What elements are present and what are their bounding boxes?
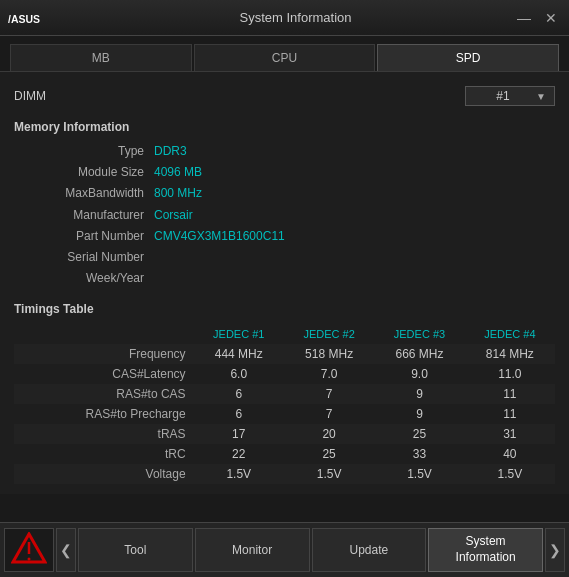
info-label-type: Type: [34, 142, 154, 161]
dimm-value: #1: [474, 89, 532, 103]
timings-col-jedec1: JEDEC #1: [194, 324, 284, 344]
info-label-module-size: Module Size: [34, 163, 154, 182]
timings-freq-jedec2: 518 MHz: [284, 344, 374, 364]
timings-label-voltage: Voltage: [14, 464, 194, 484]
timings-label-ras-cas: RAS#to CAS: [14, 384, 194, 404]
timings-cas-jedec2: 7.0: [284, 364, 374, 384]
info-label-week-year: Week/Year: [34, 269, 154, 288]
scroll-left-button[interactable]: ❮: [56, 528, 76, 572]
info-row-part-number: Part Number CMV4GX3M1B1600C11: [34, 227, 555, 246]
timings-table: JEDEC #1 JEDEC #2 JEDEC #3 JEDEC #4 Freq…: [14, 324, 555, 484]
info-value-part-number: CMV4GX3M1B1600C11: [154, 227, 285, 246]
timings-header-row: JEDEC #1 JEDEC #2 JEDEC #3 JEDEC #4: [14, 324, 555, 344]
timings-raspre-jedec4: 11: [465, 404, 555, 424]
timings-volt-jedec3: 1.5V: [374, 464, 464, 484]
timings-label-ras-precharge: RAS#to Precharge: [14, 404, 194, 424]
info-label-part-number: Part Number: [34, 227, 154, 246]
timings-header: Timings Table: [14, 302, 555, 316]
timings-row-tras: tRAS 17 20 25 31: [14, 424, 555, 444]
window-controls: — ✕: [513, 11, 561, 25]
timings-trc-jedec1: 22: [194, 444, 284, 464]
timings-col-jedec2: JEDEC #2: [284, 324, 374, 344]
tab-mb[interactable]: MB: [10, 44, 192, 71]
info-row-type: Type DDR3: [34, 142, 555, 161]
timings-trc-jedec3: 33: [374, 444, 464, 464]
info-row-manufacturer: Manufacturer Corsair: [34, 206, 555, 225]
dimm-selector[interactable]: #1 ▼: [465, 86, 555, 106]
timings-tras-jedec4: 31: [465, 424, 555, 444]
timings-rascas-jedec4: 11: [465, 384, 555, 404]
timings-freq-jedec1: 444 MHz: [194, 344, 284, 364]
timings-raspre-jedec1: 6: [194, 404, 284, 424]
bottom-toolbar: ❮ Tool Monitor Update System Information…: [0, 522, 569, 577]
timings-section: Timings Table JEDEC #1 JEDEC #2 JEDEC #3…: [14, 302, 555, 484]
timings-label-tras: tRAS: [14, 424, 194, 444]
tool-button[interactable]: Tool: [78, 528, 193, 572]
timings-cas-jedec1: 6.0: [194, 364, 284, 384]
monitor-button[interactable]: Monitor: [195, 528, 310, 572]
timings-tras-jedec1: 17: [194, 424, 284, 444]
timings-label-cas: CAS#Latency: [14, 364, 194, 384]
info-label-serial-number: Serial Number: [34, 248, 154, 267]
timings-rascas-jedec3: 9: [374, 384, 464, 404]
timings-row-voltage: Voltage 1.5V 1.5V 1.5V 1.5V: [14, 464, 555, 484]
scroll-right-button[interactable]: ❯: [545, 528, 565, 572]
timings-rascas-jedec1: 6: [194, 384, 284, 404]
timings-tras-jedec3: 25: [374, 424, 464, 444]
timings-volt-jedec2: 1.5V: [284, 464, 374, 484]
chevron-right-icon: ❯: [549, 542, 561, 558]
timings-freq-jedec4: 814 MHz: [465, 344, 555, 364]
svg-text:/ASUS: /ASUS: [8, 12, 40, 24]
dimm-row: DIMM #1 ▼: [14, 82, 555, 110]
update-button[interactable]: Update: [312, 528, 427, 572]
title-bar: /ASUS System Information — ✕: [0, 0, 569, 36]
info-row-module-size: Module Size 4096 MB: [34, 163, 555, 182]
timings-row-trc: tRC 22 25 33 40: [14, 444, 555, 464]
info-value-manufacturer: Corsair: [154, 206, 193, 225]
timings-raspre-jedec3: 9: [374, 404, 464, 424]
minimize-button[interactable]: —: [513, 11, 535, 25]
info-label-manufacturer: Manufacturer: [34, 206, 154, 225]
timings-tras-jedec2: 20: [284, 424, 374, 444]
chevron-down-icon: ▼: [536, 91, 546, 102]
info-value-maxbandwidth: 800 MHz: [154, 184, 202, 203]
memory-info-table: Type DDR3 Module Size 4096 MB MaxBandwid…: [14, 142, 555, 288]
info-row-maxbandwidth: MaxBandwidth 800 MHz: [34, 184, 555, 203]
timings-volt-jedec4: 1.5V: [465, 464, 555, 484]
timings-col-jedec4: JEDEC #4: [465, 324, 555, 344]
timings-rascas-jedec2: 7: [284, 384, 374, 404]
info-label-maxbandwidth: MaxBandwidth: [34, 184, 154, 203]
timings-row-cas: CAS#Latency 6.0 7.0 9.0 11.0: [14, 364, 555, 384]
info-value-module-size: 4096 MB: [154, 163, 202, 182]
timings-cas-jedec4: 11.0: [465, 364, 555, 384]
timings-raspre-jedec2: 7: [284, 404, 374, 424]
close-button[interactable]: ✕: [541, 11, 561, 25]
timings-row-frequency: Frequency 444 MHz 518 MHz 666 MHz 814 MH…: [14, 344, 555, 364]
asus-logo: /ASUS: [8, 7, 68, 29]
timings-trc-jedec2: 25: [284, 444, 374, 464]
timings-col-jedec3: JEDEC #3: [374, 324, 464, 344]
info-value-type: DDR3: [154, 142, 187, 161]
tab-bar: MB CPU SPD: [0, 36, 569, 71]
memory-info-header: Memory Information: [14, 120, 555, 134]
dimm-label: DIMM: [14, 89, 46, 103]
timings-trc-jedec4: 40: [465, 444, 555, 464]
timings-row-ras-precharge: RAS#to Precharge 6 7 9 11: [14, 404, 555, 424]
timings-label-trc: tRC: [14, 444, 194, 464]
chevron-left-icon: ❮: [60, 542, 72, 558]
tab-cpu[interactable]: CPU: [194, 44, 376, 71]
timings-col-label: [14, 324, 194, 344]
system-info-button[interactable]: System Information: [428, 528, 543, 572]
info-row-week-year: Week/Year: [34, 269, 555, 288]
timings-label-frequency: Frequency: [14, 344, 194, 364]
timings-row-ras-cas: RAS#to CAS 6 7 9 11: [14, 384, 555, 404]
svg-point-3: [28, 558, 31, 561]
main-content: DIMM #1 ▼ Memory Information Type DDR3 M…: [0, 71, 569, 494]
tab-spd[interactable]: SPD: [377, 44, 559, 71]
timings-freq-jedec3: 666 MHz: [374, 344, 464, 364]
timings-volt-jedec1: 1.5V: [194, 464, 284, 484]
asus-toolbar-logo: [4, 528, 54, 572]
timings-cas-jedec3: 9.0: [374, 364, 464, 384]
info-row-serial-number: Serial Number: [34, 248, 555, 267]
window-title: System Information: [78, 10, 513, 25]
